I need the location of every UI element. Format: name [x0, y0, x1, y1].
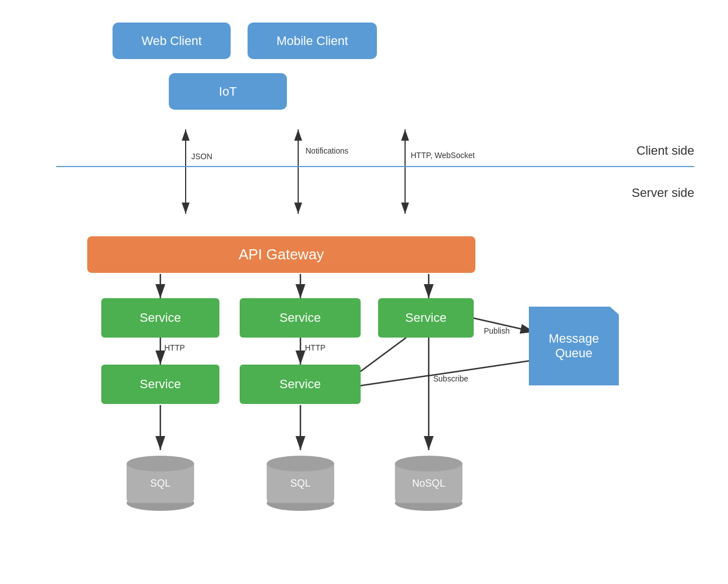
- service-3-label: Service: [405, 311, 446, 325]
- mobile-client-box: Mobile Client: [248, 23, 377, 59]
- arrows-overlay: [0, 0, 728, 584]
- db-3-cylinder: NoSQL: [395, 456, 462, 511]
- publish-label: Publish: [484, 326, 510, 335]
- db-2-top: [267, 456, 334, 471]
- service-1a-label: Service: [140, 311, 181, 325]
- http-websocket-label: HTTP, WebSocket: [411, 151, 475, 160]
- http-2-label: HTTP: [305, 343, 326, 352]
- mobile-client-label: Mobile Client: [276, 34, 348, 48]
- db-3-label: NoSQL: [412, 478, 445, 489]
- subscribe-label: Subscribe: [433, 374, 468, 383]
- service-1a-box: Service: [101, 298, 219, 338]
- db-3-top: [395, 456, 462, 471]
- service-1b-label: Service: [140, 377, 181, 392]
- http-1-label: HTTP: [164, 343, 185, 352]
- api-gateway-box: API Gateway: [87, 236, 475, 273]
- db-1-label: SQL: [150, 478, 170, 489]
- service-3-box: Service: [378, 298, 474, 338]
- service-2a-box: Service: [240, 298, 361, 338]
- iot-label: IoT: [219, 84, 237, 99]
- db-2-cylinder: SQL: [267, 456, 334, 511]
- service-2b-box: Service: [240, 365, 361, 404]
- iot-box: IoT: [169, 73, 287, 110]
- service-1b-box: Service: [101, 365, 219, 404]
- json-label: JSON: [191, 152, 212, 161]
- web-client-label: Web Client: [141, 34, 201, 48]
- web-client-box: Web Client: [113, 23, 231, 59]
- api-gateway-label: API Gateway: [239, 246, 324, 263]
- message-queue-label: Message Queue: [549, 331, 599, 361]
- service-2a-label: Service: [280, 311, 321, 325]
- service-2b-label: Service: [280, 377, 321, 392]
- server-side-label: Server side: [632, 186, 694, 200]
- db-1-top: [127, 456, 194, 471]
- db-2-label: SQL: [290, 478, 311, 489]
- client-side-label: Client side: [636, 143, 694, 158]
- notifications-label: Notifications: [305, 146, 348, 155]
- message-queue-box: Message Queue: [529, 307, 619, 385]
- db-1-cylinder: SQL: [127, 456, 194, 511]
- client-server-divider: [56, 166, 694, 167]
- architecture-diagram: Web Client Mobile Client IoT Client side…: [0, 0, 728, 584]
